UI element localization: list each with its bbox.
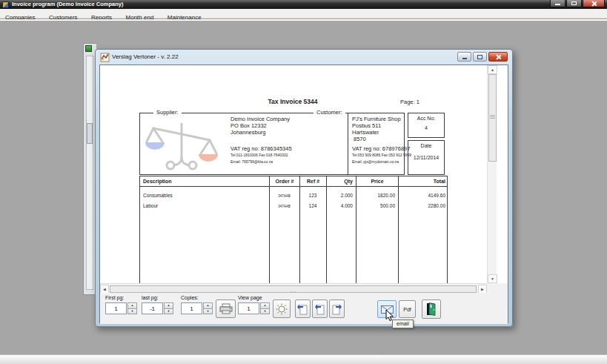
spin-down-icon[interactable]: ▼	[127, 309, 137, 315]
spin-up-icon[interactable]: ▲	[203, 302, 213, 309]
vertical-scroll-thumb[interactable]	[488, 74, 497, 162]
first-page-nav-button[interactable]	[295, 300, 311, 318]
main-window-titlebar[interactable]: Invoice program (Demo Invoice Company)	[0, 0, 607, 9]
viewer-window-icon	[100, 53, 110, 62]
cell-ref: 123	[299, 192, 326, 199]
last-page-input[interactable]: -1	[142, 302, 163, 314]
supplier-label: Supplier:	[153, 109, 182, 116]
background-scrollbar-thumb[interactable]	[87, 123, 93, 144]
first-page-input[interactable]: 1	[105, 302, 127, 314]
view-page-input[interactable]: 1	[238, 302, 259, 314]
horizontal-scroll-thumb[interactable]	[110, 285, 477, 293]
table-row: Labour 347AAB 124 4.000 500.00 2280.00	[140, 202, 448, 210]
main-window-caption-buttons	[550, 0, 605, 7]
viewer-maximize-button[interactable]	[473, 52, 487, 62]
spin-up-icon[interactable]: ▲	[260, 302, 270, 309]
table-row: Consumables 347AAB 123 2.000 1820.00 414…	[140, 192, 448, 199]
column-line	[326, 187, 327, 283]
close-icon	[496, 54, 501, 59]
first-page-label: First pg:	[105, 295, 124, 300]
viewer-caption-buttons	[457, 52, 508, 62]
spin-down-icon[interactable]: ▼	[203, 309, 213, 315]
preview-horizontal-scrollbar[interactable]: ◀ ▶	[100, 283, 487, 293]
last-page-spinner[interactable]: -1 ▲▼	[142, 302, 173, 314]
background-window-icon	[85, 45, 92, 52]
maximize-button[interactable]	[566, 0, 582, 7]
scroll-down-icon[interactable]: ▼	[488, 274, 497, 283]
view-page-spinner[interactable]: 1 ▲▼	[238, 302, 270, 314]
pdf-button-label: Pdf	[403, 307, 411, 312]
viewer-minimize-button[interactable]	[457, 52, 471, 62]
minimize-icon	[555, 4, 560, 5]
party-divider-line	[348, 113, 348, 175]
date-box: Date 12/11/2014	[408, 140, 445, 175]
supplier-vat: VAT reg no: 8786345345	[230, 145, 292, 152]
account-number-value: 4	[408, 125, 444, 130]
supplier-email: Email: 765756@bla.co.za	[230, 159, 292, 165]
exit-button[interactable]	[422, 300, 441, 319]
close-icon	[591, 1, 597, 6]
pdf-button[interactable]: Pdf	[399, 300, 416, 318]
cell-qty: 2.000	[326, 192, 356, 199]
preview-vertical-scrollbar[interactable]: ▲ ▼	[487, 65, 497, 283]
invoice-table-header: Description Order # Ref # Qty Price Tota…	[139, 176, 448, 187]
printer-icon	[219, 303, 233, 314]
previous-page-nav-button[interactable]	[312, 300, 328, 318]
date-value: 12/11/2014	[408, 155, 444, 160]
scroll-up-icon[interactable]: ▲	[488, 65, 497, 74]
date-label: Date	[408, 143, 444, 148]
maximize-icon	[571, 1, 577, 5]
column-line	[398, 187, 399, 283]
viewer-close-button[interactable]	[488, 52, 508, 62]
minimize-icon	[462, 58, 467, 59]
customer-email: Email: pjs@mydomain.co.za	[352, 159, 411, 165]
next-page-nav-button[interactable]	[329, 300, 345, 318]
customer-telfax: Tel:053 909 8086 Fax:053 912 9999	[352, 152, 411, 159]
scrollbar-corner	[487, 283, 508, 293]
close-button[interactable]	[583, 0, 605, 7]
mouse-cursor	[385, 309, 394, 322]
spin-down-icon[interactable]: ▼	[260, 309, 270, 315]
print-button[interactable]	[216, 300, 236, 318]
account-number-label: Acc No:	[408, 116, 444, 121]
viewer-window-title: Verslag Vertoner - v. 2.22	[112, 50, 179, 64]
cell-total: 2280.00	[398, 202, 448, 209]
supplier-telfax: Tel:011-1810006 Fax:018-7640002	[230, 152, 292, 159]
spin-up-icon[interactable]: ▲	[164, 302, 173, 309]
supplier-address1: PO Box 12332	[230, 122, 292, 129]
minimize-button[interactable]	[550, 0, 565, 7]
spin-up-icon[interactable]: ▲	[127, 302, 137, 309]
customer-address1: Posbus 511	[352, 122, 411, 129]
background-window-scrollbar[interactable]	[86, 56, 93, 290]
report-viewer-window: Verslag Vertoner - v. 2.22 Tax Invoice 5…	[95, 49, 513, 327]
customer-details: PJ's Furniture Shop Posbus 511 Hartswate…	[352, 116, 411, 165]
invoice-table-body: Consumables 347AAB 123 2.000 1820.00 414…	[139, 186, 448, 283]
copies-spinner[interactable]: 1 ▲▼	[181, 302, 213, 314]
copies-input[interactable]: 1	[181, 302, 202, 314]
page-arrow-left-icon	[297, 303, 308, 315]
invoice-title: Tax Invoice 5344	[211, 98, 374, 105]
viewer-control-bar: First pg: 1 ▲▼ last pg: -1 ▲▼ Copies: 1 …	[100, 293, 508, 324]
menubar: Companies Customers Reports Month end Ma…	[0, 9, 607, 19]
exit-door-icon	[425, 302, 437, 316]
cell-description: Consumables	[140, 192, 269, 199]
page-arrow-right-icon	[331, 303, 342, 315]
cell-qty: 4.000	[326, 202, 356, 209]
first-page-spinner[interactable]: 1 ▲▼	[105, 302, 137, 314]
invoice-page-number: Page: 1	[400, 99, 419, 105]
viewer-client-area: Tax Invoice 5344 Page: 1 Supplier: Custo…	[99, 64, 508, 323]
last-page-label: last pg:	[142, 295, 159, 300]
cell-order: 347AAB	[269, 192, 299, 200]
account-number-box: Acc No: 4	[408, 113, 445, 138]
customer-address3: 8570	[352, 136, 411, 142]
desktop: Invoice program (Demo Invoice Company) C…	[0, 0, 607, 364]
cell-price: 500.00	[356, 202, 398, 209]
status-bar	[0, 354, 607, 364]
column-line	[299, 187, 300, 283]
zoom-view-button[interactable]	[273, 300, 291, 318]
supplier-details: Demo Invoice Company PO Box 12332 Johann…	[230, 116, 292, 165]
spin-down-icon[interactable]: ▼	[164, 309, 173, 315]
main-window-title: Invoice program (Demo Invoice Company)	[12, 0, 123, 9]
customer-name: PJ's Furniture Shop	[352, 116, 411, 122]
viewer-titlebar[interactable]: Verslag Vertoner - v. 2.22	[96, 50, 512, 64]
